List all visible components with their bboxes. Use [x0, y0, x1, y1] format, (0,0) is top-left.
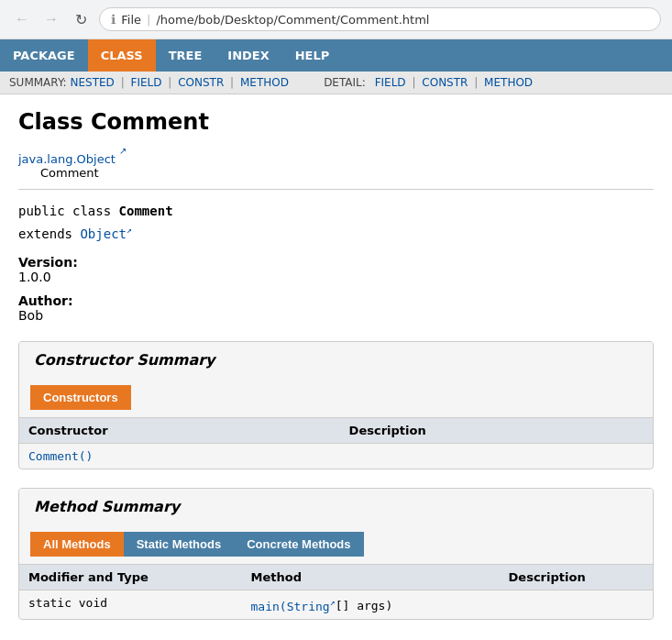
url-separator: | [147, 13, 150, 27]
summary-label: SUMMARY: [9, 76, 67, 89]
divider-1 [18, 189, 654, 190]
description-col-header: Description [340, 418, 653, 444]
static-methods-tab[interactable]: Static Methods [124, 532, 234, 557]
author-section: Author: Bob [18, 293, 654, 323]
summary-constr[interactable]: CONSTR [178, 76, 224, 89]
method-summary-box: Method Summary All Methods Static Method… [18, 488, 654, 619]
constructor-col-header: Constructor [19, 418, 340, 444]
class-title: Class Comment [18, 109, 654, 135]
detail-label: DETAIL: [324, 76, 366, 89]
method-ext-link[interactable]: ↗ [330, 597, 336, 607]
version-label: Version: [18, 255, 654, 270]
class-hierarchy: java.lang.Object ↗ Comment [18, 146, 654, 180]
nav-bar: PACKAGE CLASS TREE INDEX HELP [0, 39, 672, 72]
summary-field[interactable]: FIELD [131, 76, 162, 89]
nav-class[interactable]: CLASS [88, 39, 156, 72]
address-bar[interactable]: ℹ File | /home/bob/Desktop/Comment/Comme… [99, 7, 661, 31]
summary-nested[interactable]: NESTED [71, 76, 115, 89]
constructor-summary-box: Constructor Summary Constructors Constru… [18, 341, 654, 469]
method-col-header: Method [242, 565, 500, 590]
table-row: Comment() [19, 444, 653, 469]
decl-extends-link[interactable]: Object [80, 226, 127, 241]
modifier-col-header: Modifier and Type [19, 565, 242, 590]
hierarchy-root-link[interactable]: java.lang.Object [18, 152, 116, 166]
decl-extends-ext-link[interactable]: ↗ [127, 225, 132, 235]
constructor-link[interactable]: Comment() [28, 449, 93, 463]
constructors-tab[interactable]: Constructors [30, 385, 131, 410]
method-modifier-cell: static void [19, 590, 242, 619]
url-path: /home/bob/Desktop/Comment/Comment.html [156, 13, 429, 27]
author-value: Bob [18, 308, 654, 323]
nav-tree[interactable]: TREE [156, 39, 215, 72]
method-link[interactable]: main(String [251, 600, 330, 613]
hierarchy-root-sup: ↗ [119, 152, 127, 166]
nav-index[interactable]: INDEX [215, 39, 281, 72]
constructor-tab-row: Constructors [19, 378, 653, 417]
all-methods-tab[interactable]: All Methods [30, 532, 124, 557]
url-file: File [121, 13, 141, 27]
concrete-methods-tab[interactable]: Concrete Methods [234, 532, 363, 557]
method-desc-col-header: Description [500, 565, 653, 590]
method-summary-header: Method Summary [19, 489, 653, 524]
hierarchy-child: Comment [40, 166, 99, 180]
summary-method[interactable]: METHOD [240, 76, 289, 89]
constructor-summary-header: Constructor Summary [19, 342, 653, 378]
method-table: Modifier and Type Method Description sta… [19, 564, 653, 618]
author-label: Author: [18, 293, 654, 308]
nav-package[interactable]: PACKAGE [0, 39, 88, 72]
method-modifier: static void [28, 596, 107, 610]
decl-line1: public class Comment [18, 204, 173, 218]
hierarchy-root-ext-link[interactable]: ↗ [119, 146, 127, 156]
forward-button[interactable]: → [40, 8, 62, 30]
version-section: Version: 1.0.0 [18, 255, 654, 284]
method-desc-cell [500, 590, 653, 619]
detail-constr[interactable]: CONSTR [422, 76, 468, 89]
constructor-desc-cell [340, 444, 653, 469]
summary-bar: SUMMARY: NESTED | FIELD | CONSTR | METHO… [0, 72, 672, 94]
class-declaration: public class Comment extends Object↗ [18, 201, 654, 244]
constructor-table: Constructor Description Comment() [19, 417, 653, 469]
method-tab-row: All Methods Static Methods Concrete Meth… [19, 524, 653, 564]
detail-method[interactable]: METHOD [484, 76, 533, 89]
decl-extends-prefix: extends [18, 226, 80, 241]
info-icon: ℹ [111, 12, 116, 27]
method-name-cell: main(String↗[] args) [242, 590, 500, 619]
back-button[interactable]: ← [11, 8, 33, 30]
decl-classname: Comment [119, 204, 173, 218]
nav-help[interactable]: HELP [282, 39, 343, 72]
constructor-summary-title: Constructor Summary [34, 351, 215, 369]
detail-field[interactable]: FIELD [375, 76, 406, 89]
reload-button[interactable]: ↻ [70, 8, 92, 30]
constructor-cell: Comment() [19, 444, 340, 469]
version-value: 1.0.0 [18, 270, 654, 284]
method-summary-title: Method Summary [34, 498, 180, 515]
browser-chrome: ← → ↻ ℹ File | /home/bob/Desktop/Comment… [0, 0, 672, 39]
main-content: Class Comment java.lang.Object ↗ Comment… [0, 94, 672, 640]
table-row: static void main(String↗[] args) [19, 590, 653, 619]
